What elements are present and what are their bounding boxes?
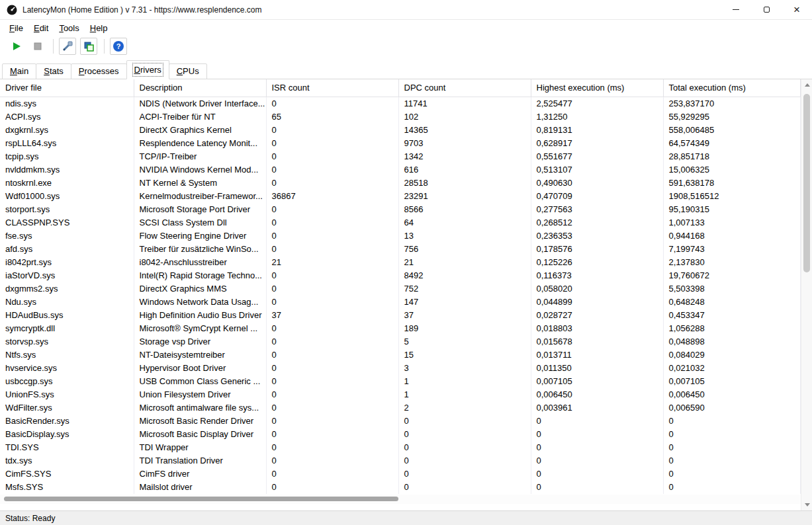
table-cell: 2,525477 [531, 97, 663, 110]
table-cell: 0 [266, 203, 398, 216]
table-row[interactable]: Ntfs.sysNT-Dateisystemtreiber0150,013711… [0, 348, 801, 362]
scroll-down-arrow-icon[interactable] [801, 499, 812, 510]
column-header[interactable]: Total execution (ms) [663, 79, 801, 97]
tab-stats[interactable]: Stats [36, 63, 71, 79]
table-row[interactable]: storport.sysMicrosoft Storage Port Drive… [0, 203, 801, 216]
start-monitor-button[interactable] [8, 38, 25, 55]
table-cell: dxgmms2.sys [0, 282, 134, 296]
table-cell: Ndu.sys [0, 296, 134, 309]
table-cell: 0,277563 [531, 203, 663, 216]
table-row[interactable]: Msfs.SYSMailslot driver0000 [0, 481, 801, 494]
table-row[interactable]: CLASSPNP.SYSSCSI Class System Dll0640,26… [0, 216, 801, 229]
tab-cpus[interactable]: CPUs [169, 63, 207, 79]
table-row[interactable]: symcryptk.dllMicrosoft® SymCrypt Kernel … [0, 322, 801, 335]
table-row[interactable]: fse.sysFlow Steering Engine Driver0130,2… [0, 229, 801, 243]
stop-monitor-button[interactable] [29, 38, 46, 55]
table-header-row: Driver fileDescriptionISR countDPC count… [0, 79, 801, 97]
column-header[interactable]: DPC count [398, 79, 531, 97]
table-cell: i8042-Anschlusstreiber [134, 256, 266, 269]
table-row[interactable]: dxgkrnl.sysDirectX Graphics Kernel014365… [0, 124, 801, 137]
table-cell: storvsp.sys [0, 335, 134, 348]
close-button[interactable]: × [782, 0, 812, 20]
table-cell: Kernelmodustreiber-Framewor... [134, 190, 266, 203]
table-cell: 13 [398, 229, 531, 243]
table-row[interactable]: TDI.SYSTDI Wrapper0000 [0, 441, 801, 454]
table-row[interactable]: i8042prt.sysi8042-Anschlusstreiber21210,… [0, 256, 801, 269]
table-cell: 0 [266, 335, 398, 348]
table-row[interactable]: ntoskrnl.exeNT Kernel & System0285180,49… [0, 177, 801, 190]
table-row[interactable]: rspLLL64.sysResplendence Latency Monit..… [0, 137, 801, 150]
scroll-up-arrow-icon[interactable] [801, 79, 812, 91]
table-cell: 0,125226 [531, 256, 663, 269]
table-cell: 1908,516512 [663, 190, 801, 203]
table-cell: i8042prt.sys [0, 256, 134, 269]
tab-main[interactable]: Main [2, 63, 36, 79]
table-cell: Mailslot driver [134, 481, 266, 494]
help-button[interactable]: ? [110, 38, 127, 55]
column-header[interactable]: Description [134, 79, 266, 97]
table-cell: TDI.SYS [0, 441, 134, 454]
table-row[interactable]: UnionFS.sysUnion Filesystem Driver010,00… [0, 388, 801, 401]
table-row[interactable]: WdFilter.sysMicrosoft antimalware file s… [0, 401, 801, 415]
menu-item-file[interactable]: File [4, 22, 28, 34]
horizontal-scrollbar-thumb[interactable] [4, 497, 398, 501]
table-row[interactable]: BasicDisplay.sysMicrosoft Basic Display … [0, 428, 801, 441]
table-cell: 5,503398 [663, 282, 801, 296]
table-row[interactable]: tdx.sysTDI Translation Driver0000 [0, 454, 801, 467]
menu-item-edit[interactable]: Edit [28, 22, 54, 34]
screwdriver-icon [62, 40, 73, 52]
table-row[interactable]: Ndu.sysWindows Network Data Usag...01470… [0, 296, 801, 309]
table-cell: 756 [398, 243, 531, 256]
table-cell: 0 [531, 428, 663, 441]
table-cell: 0,015678 [531, 335, 663, 348]
minimize-button[interactable] [721, 0, 751, 20]
table-row[interactable]: tcpip.sysTCP/IP-Treiber013420,55167728,8… [0, 150, 801, 163]
table-row[interactable]: ACPI.sysACPI-Treiber für NT651021,312505… [0, 110, 801, 124]
table-row[interactable]: ndis.sysNDIS (Network Driver Interface..… [0, 97, 801, 110]
table-row[interactable]: iaStorVD.sysIntel(R) Rapid Storage Techn… [0, 269, 801, 282]
tab-drivers[interactable]: Drivers [126, 60, 169, 79]
close-icon: × [793, 4, 800, 15]
vertical-scrollbar-thumb[interactable] [803, 94, 810, 272]
table-cell: fse.sys [0, 229, 134, 243]
table-row[interactable]: CimFS.SYSCimFS driver0000 [0, 467, 801, 481]
table-cell: 0,178576 [531, 243, 663, 256]
table-cell: tdx.sys [0, 454, 134, 467]
table-cell: 1,31250 [531, 110, 663, 124]
table-row[interactable]: usbccgp.sysUSB Common Class Generic ...0… [0, 375, 801, 388]
maximize-button[interactable] [751, 0, 782, 20]
table-cell: UnionFS.sys [0, 388, 134, 401]
table-row[interactable]: BasicRender.sysMicrosoft Basic Render Dr… [0, 415, 801, 428]
table-cell: 0 [266, 322, 398, 335]
table-cell: NVIDIA Windows Kernel Mod... [134, 163, 266, 177]
table-row[interactable]: nvlddmkm.sysNVIDIA Windows Kernel Mod...… [0, 163, 801, 177]
help-question-icon: ? [113, 40, 124, 52]
table-row[interactable]: hvservice.sysHypervisor Boot Driver030,0… [0, 362, 801, 375]
table-cell: afd.sys [0, 243, 134, 256]
table-cell: 0 [266, 467, 398, 481]
tab-processes[interactable]: Processes [71, 63, 127, 79]
vertical-scrollbar[interactable] [801, 79, 812, 510]
table-row[interactable]: dxgmms2.sysDirectX Graphics MMS07520,058… [0, 282, 801, 296]
title-bar: LatencyMon (Home Edition ) v 7.31 - http… [0, 0, 812, 20]
menu-item-tools[interactable]: Tools [54, 22, 84, 34]
table-cell: 1342 [398, 150, 531, 163]
status-bar: Status: Ready [0, 510, 812, 525]
column-header[interactable]: ISR count [266, 79, 398, 97]
copy-report-button[interactable] [80, 38, 97, 55]
table-row[interactable]: HDAudBus.sysHigh Definition Audio Bus Dr… [0, 309, 801, 322]
options-button[interactable] [59, 38, 76, 55]
table-row[interactable]: afd.sysTreiber für zusätzliche WinSo...0… [0, 243, 801, 256]
stop-icon [32, 41, 43, 52]
table-cell: NT Kernel & System [134, 177, 266, 190]
column-header[interactable]: Driver file [0, 79, 134, 97]
table-row[interactable]: storvsp.sysStorage vsp Driver050,0156780… [0, 335, 801, 348]
table-cell: 0 [266, 124, 398, 137]
table-row[interactable]: Wdf01000.sysKernelmodustreiber-Framewor.… [0, 190, 801, 203]
table-cell: 616 [398, 163, 531, 177]
column-header[interactable]: Highest execution (ms) [531, 79, 663, 97]
menu-item-help[interactable]: Help [85, 22, 113, 34]
horizontal-scrollbar[interactable] [0, 495, 801, 504]
table-cell: 0 [531, 467, 663, 481]
table-cell: SCSI Class System Dll [134, 216, 266, 229]
